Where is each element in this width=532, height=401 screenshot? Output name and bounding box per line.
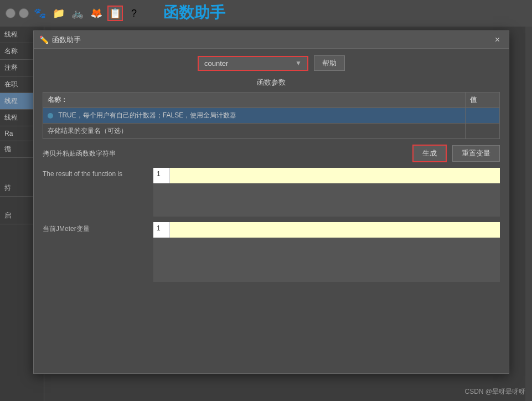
toolbar-icon-fox[interactable]: 🦊 [89,6,104,21]
table-row[interactable]: TRUE，每个用户有自己的计数器；FALSE，使用全局计数器 [43,108,500,124]
toolbar-icon-bike[interactable]: 🚲 [70,6,85,21]
row-selected-indicator [48,113,53,119]
result-function-content [170,168,500,183]
toolbar-icon-folder[interactable]: 📁 [51,6,66,21]
col-header-name: 名称： [43,92,466,108]
result-function-label: The result of the function is [43,168,153,178]
func-selector-row: counter ▼ 帮助 [43,55,500,71]
func-dropdown[interactable]: counter ▼ [198,56,308,71]
result-row-jmeter: 当前JMeter变量 1 [43,222,500,282]
table-cell-value-1[interactable] [466,124,500,139]
copy-text: 拷贝并粘贴函数数字符串 [43,149,407,158]
table-cell-value-0[interactable] [466,108,500,124]
help-button[interactable]: 帮助 [314,55,345,71]
action-row: 拷贝并粘贴函数数字符串 生成 重置变量 [43,145,500,162]
table-row[interactable]: 存储结果的变量名（可选） [43,124,500,139]
dialog-function-helper: ✏️ 函数助手 × counter ▼ 帮助 函数参数 名称： 值 [33,30,509,374]
toolbar: 🐾 📁 🚲 🦊 📋 ? [0,0,532,27]
dialog-titlebar: ✏️ 函数助手 × [34,31,509,49]
traffic-light-gray-1[interactable] [6,8,16,18]
result-function-number: 1 [153,168,170,183]
scrollbar-right[interactable] [525,27,532,401]
traffic-light-gray-2[interactable] [19,8,29,18]
func-dropdown-value: counter [204,59,228,68]
dialog-title-left: ✏️ 函数助手 [39,35,81,45]
result-function-area: 1 [153,168,500,217]
func-dropdown-arrow-icon: ▼ [295,59,302,67]
watermark: CSDN @晕呀晕呀呀 [464,387,525,397]
toolbar-icon-paw[interactable]: 🐾 [32,6,48,21]
toolbar-icon-clipboard[interactable]: 📋 [107,6,123,21]
table-cell-name-1: 存储结果的变量名（可选） [43,124,466,139]
dialog-close-button[interactable]: × [492,34,503,46]
col-header-value: 值 [466,92,500,108]
result-jmeter-area: 1 [153,222,500,282]
dialog-body: counter ▼ 帮助 函数参数 名称： 值 TRUE，每个用户有自己的计数器… [34,49,509,294]
params-table: 名称： 值 TRUE，每个用户有自己的计数器；FALSE，使用全局计数器 存储结… [43,92,500,139]
result-jmeter-dark-area [153,238,500,282]
result-function-dark-area [153,183,500,217]
result-row-function: The result of the function is 1 [43,168,500,217]
result-jmeter-content [170,222,500,238]
section-label: 函数参数 [43,78,500,88]
dialog-title-text: 函数助手 [52,35,81,45]
result-jmeter-value-row: 1 [153,222,500,238]
generate-button[interactable]: 生成 [412,145,447,162]
result-jmeter-label: 当前JMeter变量 [43,222,153,234]
reset-button[interactable]: 重置变量 [452,145,500,162]
result-jmeter-number: 1 [153,222,170,238]
result-function-value-row: 1 [153,168,500,183]
main-title: 函数助手 [163,2,225,23]
table-cell-name-0: TRUE，每个用户有自己的计数器；FALSE，使用全局计数器 [43,108,466,124]
toolbar-icon-help[interactable]: ? [126,6,142,21]
dialog-title-pencil-icon: ✏️ [39,35,49,44]
